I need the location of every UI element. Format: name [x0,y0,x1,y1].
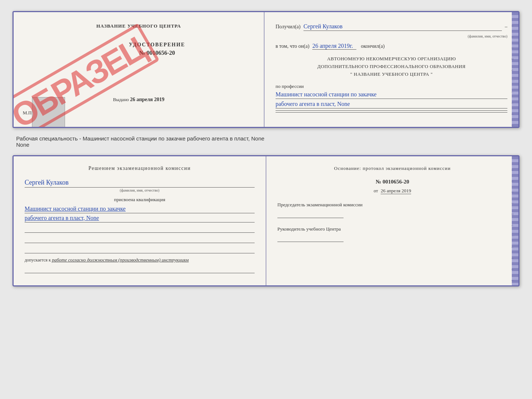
date-prefix: в том, что он(а) [276,43,309,49]
certificate-right: Получил(а) Сергей Кулаков – (фамилия, им… [265,12,518,127]
date-line: в том, что он(а) 26 апреля 2019г. окончи… [276,43,507,50]
commission-title: Решением экзаменационной комиссии [25,165,255,171]
commission-left: Решением экзаменационной комиссии Сергей… [14,156,266,285]
dopusk-prefix: допускается к [25,257,51,263]
qual-line2: рабочего агента в пласт, None [25,215,255,222]
name-sublabel-bottom: (фамилия, имя, отчество) [25,188,255,192]
description-none: None [16,142,29,148]
received-line: Получил(а) Сергей Кулаков – [276,23,507,31]
issued-date: 26 апреля 2019 [130,97,164,102]
date-suffix: окончил(а) [361,43,385,49]
org-line1: АВТОНОМНУЮ НЕКОММЕРЧЕСКУЮ ОРГАНИЗАЦИЮ [276,55,507,63]
name-sublabel-top: (фамилия, имя, отчество) [468,34,507,38]
person-name-container: Сергей Кулаков [25,179,255,188]
protocol-number: № 0010656-20 [277,179,507,185]
date-value: 26 апреля 2019г. [312,43,356,50]
blank-line-2 [25,236,255,243]
profession-line1: Машинист насосной станции по закачке [276,91,507,99]
cert-number: № 0010656-20 [60,50,255,56]
blank-line-4 [25,266,255,273]
org-line2: ДОПОЛНИТЕЛЬНОГО ПРОФЕССИОНАЛЬНОГО ОБРАЗО… [276,63,507,71]
description-line: Рабочая специальность - Машинист насосно… [16,135,265,142]
director-signature-line [277,235,344,242]
osnov-title: Основание: протокол экзаменационной коми… [277,165,507,171]
stamp-container: ОБРАЗЕЦ УДОСТОВЕРЕНИЕ № 0010656-20 [23,35,255,67]
assigned-label: присвоена квалификация [25,197,255,203]
document-1: НАЗВАНИЕ УЧЕБНОГО ЦЕНТРА ОБРАЗЕЦ УДОСТОВ… [12,11,520,128]
org-line3: " НАЗВАНИЕ УЧЕБНОГО ЦЕНТРА " [276,71,507,78]
blank-line-3 [25,246,255,253]
director-label: Руководитель учебного Центра [277,225,507,233]
commission-right: Основание: протокол экзаменационной коми… [266,156,518,285]
org-block: АВТОНОМНУЮ НЕКОММЕРЧЕСКУЮ ОРГАНИЗАЦИЮ ДО… [276,55,507,78]
date-value-2: 26 апреля 2019 [381,188,411,194]
document-2: Решением экзаменационной комиссии Сергей… [12,155,520,286]
received-label: Получил(а) [276,24,301,30]
blank-line-1 [25,225,255,233]
dopusk-italic: работе согласно должностным (производств… [52,257,188,263]
cert-title: НАЗВАНИЕ УЧЕБНОГО ЦЕНТРА [23,23,255,29]
chairman-signature-line [277,211,344,218]
dopusk-line: допускается к работе согласно должностны… [25,257,255,263]
issued-label: Выдано [113,97,129,102]
person-name-top: Сергей Кулаков [303,23,502,31]
cert-type: УДОСТОВЕРЕНИЕ [60,42,255,48]
certificate-left: НАЗВАНИЕ УЧЕБНОГО ЦЕНТРА ОБРАЗЕЦ УДОСТОВ… [14,12,265,127]
profession-label: по профессии [276,83,507,89]
person-name-bottom: Сергей Кулаков [25,179,255,186]
photo-placeholder [32,97,65,128]
protocol-date: от 26 апреля 2019 [277,188,507,194]
date-prefix-2: от [374,188,378,193]
qual-line1: Машинист насосной станции по закачке [25,206,255,213]
chairman-label: Председатель экзаменационной комиссии [277,201,507,209]
description-text: Рабочая специальность - Машинист насосно… [12,133,520,150]
profession-line2: рабочего агента в пласт, None [276,101,507,108]
